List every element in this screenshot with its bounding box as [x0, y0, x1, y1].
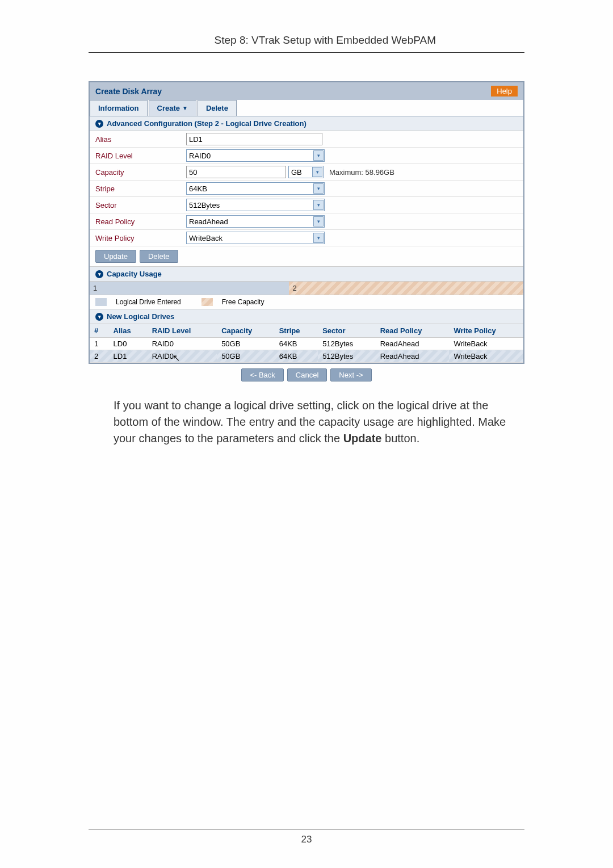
row-stripe: Stripe ▾	[90, 181, 523, 197]
step2-header: ▾ Advanced Configuration (Step 2 - Logic…	[90, 116, 523, 131]
tab-create[interactable]: Create ▼	[149, 100, 196, 116]
instruction-text: If you want to change a logical drive se…	[114, 397, 517, 447]
col-alias: Alias	[109, 324, 148, 338]
col-stripe: Stripe	[275, 324, 318, 338]
capacity-unit-select[interactable]	[288, 166, 324, 178]
row-sector: Sector ▾	[90, 197, 523, 213]
col-num: #	[90, 324, 109, 338]
capacity-usage-bar: 1 2	[90, 282, 523, 295]
col-raid: RAID Level	[148, 324, 217, 338]
cell-sector: 512Bytes	[318, 350, 376, 363]
cell-alias: LD1	[109, 350, 148, 363]
cell-stripe: 64KB	[275, 350, 318, 363]
tab-delete[interactable]: Delete	[198, 100, 237, 116]
cell-write: WriteBack	[449, 350, 523, 363]
capacity-usage-title: Capacity Usage	[107, 270, 162, 278]
cell-raid: RAID0 ↖	[148, 350, 217, 363]
read-policy-select[interactable]	[186, 215, 325, 228]
capacity-max-text: Maximum: 58.96GB	[329, 168, 394, 177]
new-drives-title: New Logical Drives	[107, 312, 174, 321]
capacity-input[interactable]	[186, 166, 286, 178]
cursor-icon: ↖	[173, 353, 180, 363]
page-number: 23	[89, 829, 524, 845]
cancel-button[interactable]: Cancel	[287, 368, 327, 381]
collapse-icon[interactable]: ▾	[95, 313, 103, 321]
legend-swatch-free	[201, 298, 213, 306]
cell-write: WriteBack	[449, 338, 523, 350]
collapse-icon[interactable]: ▾	[95, 120, 103, 128]
cell-num: 1	[90, 338, 109, 350]
cell-cap: 50GB	[217, 350, 275, 363]
tab-information[interactable]: Information	[90, 100, 148, 116]
update-button[interactable]: Update	[95, 250, 136, 263]
read-policy-label: Read Policy	[95, 217, 186, 226]
sector-select[interactable]	[186, 199, 325, 211]
raid-label: RAID Level	[95, 152, 186, 160]
cell-read: ReadAhead	[376, 338, 450, 350]
help-link[interactable]: Help	[491, 86, 518, 97]
legend-free-label: Free Capacity	[222, 298, 264, 306]
col-read-policy: Read Policy	[376, 324, 450, 338]
cell-stripe: 64KB	[275, 338, 318, 350]
tabs-row: Information Create ▼ Delete	[90, 100, 523, 116]
col-sector: Sector	[318, 324, 376, 338]
alias-input[interactable]	[186, 133, 322, 145]
chevron-down-icon: ▼	[182, 105, 188, 111]
row-capacity: Capacity ▾ Maximum: 58.96GB	[90, 164, 523, 181]
wizard-nav-buttons: <- Back Cancel Next ->	[89, 364, 524, 386]
delete-button[interactable]: Delete	[140, 250, 178, 263]
tab-create-label: Create	[157, 104, 180, 112]
row-read-policy: Read Policy ▾	[90, 213, 523, 230]
cell-read: ReadAhead	[376, 350, 450, 363]
sector-label: Sector	[95, 201, 186, 209]
legend-swatch-entered	[95, 298, 107, 306]
stripe-select[interactable]	[186, 182, 325, 195]
write-policy-select[interactable]	[186, 232, 325, 244]
row-raid-level: RAID Level ▾	[90, 148, 523, 164]
capacity-legend: Logical Drive Entered Free Capacity	[90, 295, 523, 309]
collapse-icon[interactable]: ▾	[95, 270, 103, 278]
row-write-policy: Write Policy ▾	[90, 230, 523, 246]
panel-title-bar: Create Disk Array Help	[90, 82, 523, 100]
cell-cap: 50GB	[217, 338, 275, 350]
write-policy-label: Write Policy	[95, 234, 186, 242]
cell-sector: 512Bytes	[318, 338, 376, 350]
usage-block-1: 1	[90, 282, 289, 295]
page-header: Step 8: VTrak Setup with Embedded WebPAM	[89, 0, 524, 53]
capacity-label: Capacity	[95, 168, 186, 177]
panel-title: Create Disk Array	[95, 87, 162, 96]
new-drives-table: # Alias RAID Level Capacity Stripe Secto…	[90, 324, 523, 363]
cell-raid: RAID0	[148, 338, 217, 350]
col-capacity: Capacity	[217, 324, 275, 338]
stripe-label: Stripe	[95, 184, 186, 193]
table-row[interactable]: 1 LD0 RAID0 50GB 64KB 512Bytes ReadAhead…	[90, 338, 523, 350]
cell-alias: LD0	[109, 338, 148, 350]
col-write-policy: Write Policy	[449, 324, 523, 338]
step2-title: Advanced Configuration (Step 2 - Logical…	[107, 119, 306, 128]
row-alias: Alias	[90, 131, 523, 148]
raid-select[interactable]	[186, 149, 325, 162]
alias-label: Alias	[95, 135, 186, 144]
back-button[interactable]: <- Back	[241, 368, 283, 381]
create-disk-array-panel: Create Disk Array Help Information Creat…	[89, 81, 524, 364]
cell-num: 2	[90, 350, 109, 363]
capacity-usage-header: ▾ Capacity Usage	[90, 267, 523, 282]
form-buttons: Update Delete	[90, 246, 523, 267]
legend-entered-label: Logical Drive Entered	[116, 298, 181, 306]
new-drives-header: ▾ New Logical Drives	[90, 309, 523, 324]
next-button[interactable]: Next ->	[330, 368, 371, 381]
usage-block-2: 2	[289, 282, 523, 295]
table-row[interactable]: 2 LD1 RAID0 ↖ 50GB 64KB 512Bytes ReadAhe…	[90, 350, 523, 363]
